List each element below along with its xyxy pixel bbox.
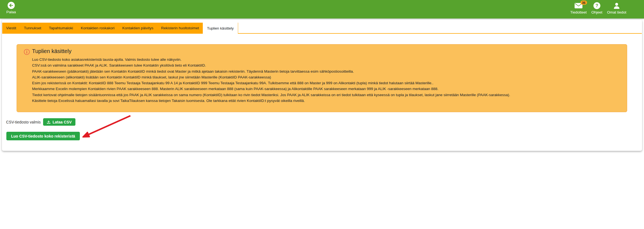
- tab-viestit[interactable]: Viestit: [2, 23, 20, 33]
- info-panel: Tuplien käsittely Luo CSV-tiedosto koko …: [17, 44, 627, 112]
- tab-rekisterin-huoltotoimet[interactable]: Rekisterin huoltotoimet: [157, 23, 203, 33]
- main-card: Viestit Tunnukset Tapahtumaloki Kontakti…: [2, 20, 642, 151]
- info-icon: [24, 49, 30, 55]
- header-actions: 35 Tiedotteet ? Ohjeet Omat tiedot: [570, 2, 626, 14]
- download-csv-label: Lataa CSV: [52, 120, 72, 124]
- panel-text-line: PAAK-sarakkeeseen (pääkontakti) jätetään…: [32, 69, 619, 74]
- annotation-arrow-icon: [77, 113, 135, 143]
- create-csv-button[interactable]: Luo CSV-tiedosto koko rekisteristä: [6, 132, 80, 140]
- download-csv-button[interactable]: Lataa CSV: [43, 118, 75, 126]
- help-icon: ?: [593, 2, 600, 9]
- user-icon: [613, 2, 620, 9]
- create-csv-label: Luo CSV-tiedosto koko rekisteristä: [11, 134, 75, 138]
- notifications-label: Tiedotteet: [570, 10, 587, 14]
- csv-status-label: CSV-tiedosto valmis: [6, 120, 41, 124]
- tab-tuplien-kasittely[interactable]: Tuplien käsittely: [203, 23, 238, 34]
- tab-bar: Viestit Tunnukset Tapahtumaloki Kontakti…: [2, 23, 642, 34]
- back-arrow-icon: [7, 2, 15, 9]
- unread-count-badge: 35: [580, 1, 587, 5]
- panel-text-line: Käsittele tietoja Excelissä haluamallasi…: [32, 98, 619, 104]
- profile-button[interactable]: Omat tiedot: [607, 2, 626, 14]
- csv-ready-row: CSV-tiedosto valmis Lataa CSV: [6, 118, 75, 126]
- panel-title: Tuplien käsittely: [32, 48, 619, 54]
- panel-text-line: Luo CSV-tiedosto koko asiakasrekisterist…: [32, 57, 619, 62]
- app-header: Palaa 35 Tiedotteet ? Ohjeet: [0, 0, 644, 19]
- panel-text-line: ALIK-sarakkeeseen (alikontakti) lisätään…: [32, 74, 619, 80]
- panel-text-line: Merkkaamme Excelin molempien Kontaktien …: [32, 86, 619, 92]
- tab-tapahtumaloki[interactable]: Tapahtumaloki: [45, 23, 77, 33]
- back-label: Palaa: [6, 10, 16, 14]
- back-button[interactable]: Palaa: [6, 2, 16, 14]
- panel-text-line: Esim jos rekisterissä on Kontaktit: Kont…: [32, 80, 619, 86]
- panel-text-line: CSV:ssä on valmiina sarakkeet PAAK ja AL…: [32, 62, 619, 68]
- download-icon: [47, 120, 51, 124]
- tab-kontaktien-paivitys[interactable]: Kontaktien päivitys: [118, 23, 157, 33]
- help-label: Ohjeet: [591, 10, 602, 14]
- notifications-button[interactable]: 35 Tiedotteet: [570, 2, 587, 14]
- tab-kontaktien-roskakori[interactable]: Kontaktien roskakori: [77, 23, 118, 33]
- tab-tunnukset[interactable]: Tunnukset: [20, 23, 45, 33]
- help-button[interactable]: ? Ohjeet: [591, 2, 602, 14]
- panel-text-line: Tiedot kertovat ohjelmalle tietojen sisä…: [32, 92, 619, 98]
- envelope-icon: 35: [574, 2, 583, 9]
- profile-label: Omat tiedot: [607, 10, 626, 14]
